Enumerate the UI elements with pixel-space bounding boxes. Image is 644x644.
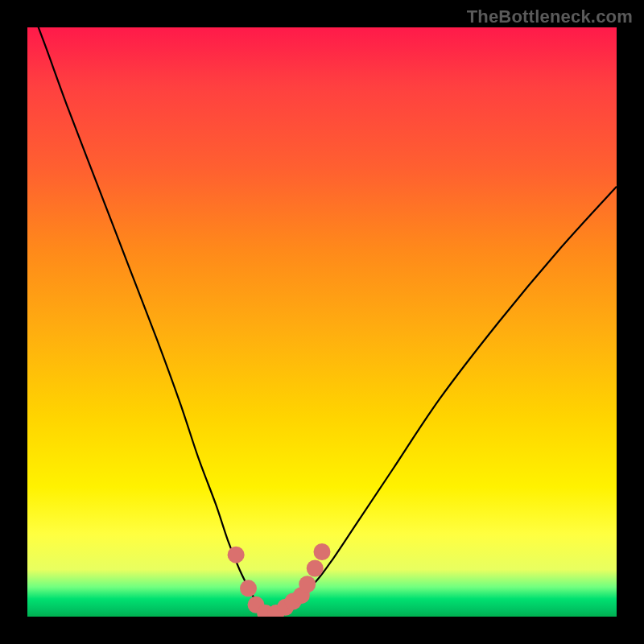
marker-group (228, 543, 331, 617)
marker-dot (307, 559, 324, 576)
marker-dot (228, 547, 245, 564)
chart-frame: TheBottleneck.com (0, 0, 644, 644)
marker-dot (314, 543, 331, 560)
marker-dot (240, 580, 257, 597)
markers-layer (27, 27, 617, 617)
plot-area (27, 27, 617, 617)
marker-dot (299, 576, 316, 592)
watermark-label: TheBottleneck.com (467, 6, 633, 27)
